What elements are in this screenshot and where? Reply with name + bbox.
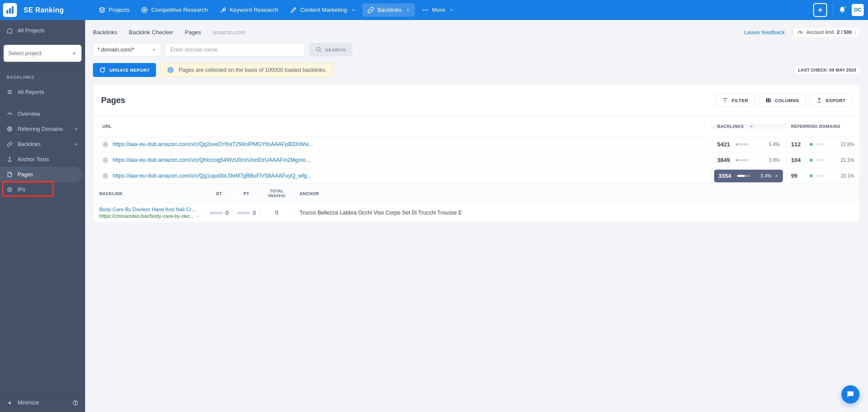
export-label: EXPORT [826,98,845,103]
chevron-down-icon [351,8,355,12]
account-limit-value: 2 / 500 [837,30,851,35]
svg-point-13 [9,189,10,190]
export-button[interactable]: EXPORT [810,94,852,107]
table-row[interactable]: https://aax-eu-dub.amazon.com/x/c/QhIccc… [93,152,860,168]
nav-keyword-research[interactable]: Keyword Research [214,3,283,17]
filter-icon [722,97,728,103]
col-dt-header[interactable]: DT [205,191,232,196]
bar-indicator [736,159,749,161]
chat-button[interactable] [841,385,860,404]
globe-icon [102,142,108,148]
domain-scope-select[interactable]: *.domain.com/* [93,43,161,56]
bar-indicator [737,175,750,177]
sidebar-label: Referring Domains [18,126,63,133]
info-banner: Pages are collected on the basis of 1000… [160,63,333,77]
leave-feedback-link[interactable]: Leave feedback [744,29,785,36]
svg-rect-19 [766,98,767,102]
columns-button[interactable]: COLUMNS [759,94,806,107]
nav-backlinks[interactable]: Backlinks [362,3,415,17]
nav-projects[interactable]: Projects [94,3,134,17]
sidebar-overview[interactable]: Overview [0,106,85,121]
col-anchor-header[interactable]: ANCHOR [293,191,860,196]
referring-pct: 20.1% [841,173,855,179]
search-button[interactable]: SEARCH [309,43,352,56]
sub-table-header: BACKLINK DT PT TOTALTRAFFIC ANCHOR [93,184,860,203]
svg-point-9 [427,9,428,10]
sidebar-pages[interactable]: Pages [0,167,82,182]
sidebar-backlinks[interactable]: Backlinks [0,137,85,152]
domain-input[interactable] [165,43,305,56]
nav-more[interactable]: More [417,3,458,17]
svg-rect-0 [6,10,8,13]
columns-icon [765,97,771,103]
table-row[interactable]: https://aax-eu-dub.amazon.com/x/c/Qg1upo… [93,168,860,184]
breadcrumb-item[interactable]: Pages [185,29,201,36]
select-project-dropdown[interactable]: Select project [4,45,82,62]
sidebar-all-reports[interactable]: All Reports [0,85,85,100]
columns-label: COLUMNS [775,98,799,103]
url-link[interactable]: https://aax-eu-dub.amazon.com/x/c/Qg1upo… [113,173,311,179]
chat-icon [846,390,855,399]
logo[interactable] [3,3,17,17]
referring-count: 112 [791,141,807,148]
notifications-button[interactable] [838,6,846,14]
caret-down-icon [196,214,199,218]
svg-rect-17 [170,68,171,69]
backlinks-count: 3849 [717,157,733,164]
sidebar-label: Overview [18,111,40,117]
nav-items: Projects Competitive Research Keyword Re… [94,3,459,17]
add-button[interactable] [813,3,827,17]
info-icon: i [855,30,856,35]
pt-value: 0 [253,210,256,216]
target-icon [7,186,13,193]
list-icon [7,89,13,95]
dots-icon [422,6,429,13]
sidebar-ips[interactable]: IPs [0,182,85,197]
svg-rect-20 [768,98,769,102]
filter-button[interactable]: FILTER [716,94,755,107]
globe-icon [102,157,108,163]
breadcrumb-item[interactable]: Backlinks [93,29,117,36]
gauge-icon [797,29,803,35]
col-pt-header[interactable]: PT [232,191,260,196]
chevron-down-icon [450,8,454,12]
bar-indicator [210,212,223,214]
sidebar-anchor-texts[interactable]: Anchor Texts [0,152,85,167]
svg-point-8 [425,9,426,10]
domain-scope-value: *.domain.com/* [97,47,134,53]
nav-right: DC [813,3,864,17]
chevron-down-icon [74,127,79,131]
sidebar-referring-domains[interactable]: Referring Domains [0,121,85,137]
help-icon[interactable] [72,400,79,406]
sidebar-minimize[interactable]: Minimize [0,393,85,412]
user-avatar[interactable]: DC [851,4,864,16]
table-header: URL BACKLINKS REFERRING DOMAINS [93,116,860,136]
expanded-backlinks-cell[interactable]: 3354 3.4% [714,170,783,182]
sidebar-all-projects[interactable]: All Projects [0,20,85,41]
card-title: Pages [101,96,125,105]
breadcrumb-item[interactable]: Backlink Checker [129,29,173,36]
globe-icon [7,126,13,132]
col-total-traffic-header[interactable]: TOTALTRAFFIC [260,189,293,198]
col-referring-header[interactable]: REFERRING DOMAINS [785,124,860,129]
nav-competitive-research[interactable]: Competitive Research [136,3,213,17]
col-url-header[interactable]: URL [93,124,711,129]
table-row[interactable]: https://aax-eu-dub.amazon.com/x/c/Qg2xve… [93,136,860,152]
backlinks-count: 5421 [717,141,733,148]
update-report-label: UPDATE REPORT [109,67,150,73]
url-link[interactable]: https://aax-eu-dub.amazon.com/x/c/Qg2xve… [113,141,313,148]
account-limit-badge[interactable]: Account limit 2 / 500 i [793,27,860,37]
nav-label: Keyword Research [229,7,278,13]
update-report-button[interactable]: UPDATE REPORT [93,63,156,77]
backlink-url[interactable]: https://chinaosteo.bar/body-care-by-dec.… [99,213,199,219]
pt-cell: 0 [232,210,260,216]
nav-content-marketing[interactable]: Content Marketing [285,3,361,17]
col-backlinks-header[interactable]: BACKLINKS [711,124,785,129]
bar-indicator [816,175,825,177]
link-icon [7,141,13,147]
page-icon [7,172,13,178]
status-dot [810,143,813,146]
col-backlink-header[interactable]: BACKLINK [93,191,205,196]
backlink-title[interactable]: Body Care By Decleor Hand And Nail Cream… [99,207,199,213]
url-link[interactable]: https://aax-eu-dub.amazon.com/x/c/QhIccc… [113,157,310,163]
